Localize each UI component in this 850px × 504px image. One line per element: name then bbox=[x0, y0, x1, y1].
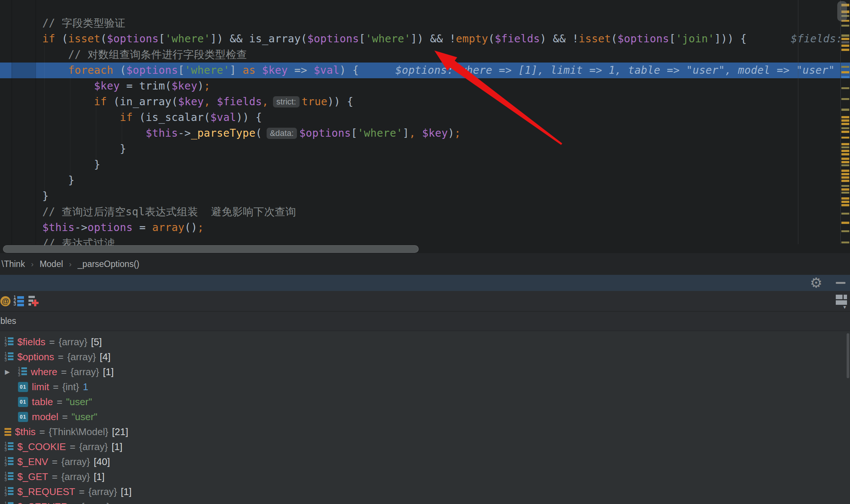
stripe-mark[interactable] bbox=[841, 98, 849, 100]
code-line[interactable]: if (in_array($key, $fields,strict:true))… bbox=[0, 94, 850, 110]
variables-panel[interactable]: 123$fields={array}[5]123$options={array}… bbox=[0, 331, 850, 504]
code-line[interactable]: // 字段类型验证 bbox=[0, 15, 850, 31]
code-line[interactable]: } bbox=[0, 141, 850, 157]
layout-settings-icon[interactable]: ▾ bbox=[836, 295, 847, 306]
variable-row[interactable]: 123$_COOKIE={array}[1] bbox=[0, 439, 850, 454]
variable-row[interactable]: 123$_REQUEST={array}[1] bbox=[0, 484, 850, 499]
stripe-mark[interactable] bbox=[841, 204, 849, 206]
stripe-mark[interactable] bbox=[841, 45, 849, 47]
stripe-mark[interactable] bbox=[841, 131, 849, 133]
variable-row[interactable]: 01limit={int}1 bbox=[0, 379, 850, 394]
code-token: ) && ! bbox=[540, 33, 579, 45]
stripe-mark[interactable] bbox=[841, 192, 849, 194]
variable-name: $this bbox=[15, 426, 36, 438]
code-text: if (in_array($key, $fields,strict:true))… bbox=[0, 94, 850, 110]
stripe-mark[interactable] bbox=[841, 146, 849, 148]
stripe-mark[interactable] bbox=[841, 153, 849, 155]
stripe-mark[interactable] bbox=[841, 116, 849, 118]
variable-row[interactable]: 123$fields={array}[5] bbox=[0, 334, 850, 349]
stripe-mark[interactable] bbox=[841, 76, 849, 78]
breadcrumb-class[interactable]: Model bbox=[40, 259, 63, 269]
stripe-mark[interactable] bbox=[841, 49, 849, 51]
variable-row[interactable]: 123$_SERVER={array} bbox=[0, 499, 850, 504]
stripe-mark[interactable] bbox=[841, 34, 849, 37]
code-token: ( bbox=[139, 111, 146, 124]
stripe-mark[interactable] bbox=[841, 222, 849, 224]
code-token: ( bbox=[100, 33, 107, 45]
stripe-mark[interactable] bbox=[841, 188, 849, 191]
stripe-mark[interactable] bbox=[841, 109, 849, 111]
stripe-mark[interactable] bbox=[841, 161, 849, 163]
code-line[interactable]: } bbox=[0, 157, 850, 173]
stripe-mark[interactable] bbox=[841, 127, 849, 129]
stripe-mark[interactable] bbox=[841, 213, 849, 215]
vertical-scrollbar-thumb[interactable] bbox=[837, 1, 847, 21]
variable-row[interactable]: ▶123where={array}[1] bbox=[0, 364, 850, 379]
code-line[interactable]: // 表达式过滤 bbox=[0, 236, 850, 245]
panel-scrollbar-thumb[interactable] bbox=[847, 333, 849, 378]
variable-row[interactable]: $this={Think\Model}[21] bbox=[0, 424, 850, 439]
stripe-mark[interactable] bbox=[841, 119, 849, 122]
stripe-mark[interactable] bbox=[841, 201, 849, 203]
object-type-icon bbox=[4, 428, 11, 436]
code-editor[interactable]: // 字段类型验证if (isset($options['where']) &&… bbox=[0, 0, 850, 245]
variable-row[interactable]: 01model="user" bbox=[0, 409, 850, 424]
evaluate-expression-icon[interactable]: @ bbox=[0, 296, 10, 306]
code-line[interactable]: // 对数组查询条件进行字段类型检查 bbox=[0, 47, 850, 63]
variable-row[interactable]: 123$_GET={array}[1] bbox=[0, 469, 850, 484]
variable-row[interactable]: 01table="user" bbox=[0, 394, 850, 409]
equals-sign: = bbox=[49, 336, 55, 348]
sort-variables-icon[interactable]: 123 bbox=[13, 296, 24, 306]
stripe-mark[interactable] bbox=[841, 41, 849, 43]
stripe-mark[interactable] bbox=[841, 164, 849, 166]
stripe-mark[interactable] bbox=[841, 170, 849, 172]
breadcrumb-method[interactable]: _parseOptions() bbox=[78, 259, 139, 269]
gear-icon[interactable]: ⚙ bbox=[810, 275, 822, 291]
code-line[interactable]: $this->options = array(); bbox=[0, 220, 850, 236]
stripe-mark[interactable] bbox=[841, 230, 849, 232]
stripe-mark[interactable] bbox=[841, 242, 849, 243]
stripe-mark[interactable] bbox=[841, 87, 849, 89]
add-watch-icon[interactable] bbox=[28, 296, 38, 306]
debugger-inline-hint: $options: where => [1], limit => 1, tabl… bbox=[395, 63, 835, 78]
stripe-mark[interactable] bbox=[841, 25, 849, 27]
error-stripe[interactable] bbox=[841, 0, 850, 244]
variables-tab-label[interactable]: bles bbox=[0, 316, 16, 326]
stripe-mark[interactable] bbox=[841, 71, 849, 73]
stripe-mark[interactable] bbox=[841, 66, 849, 68]
code-line[interactable]: if (is_scalar($val)) { bbox=[0, 110, 850, 125]
expand-triangle-icon[interactable]: ▶ bbox=[5, 368, 10, 376]
stripe-mark[interactable] bbox=[841, 38, 849, 40]
execution-line[interactable]: foreach ($options['where'] as $key => $v… bbox=[0, 63, 850, 78]
code-text: } bbox=[0, 173, 850, 188]
breadcrumb-namespace[interactable]: \Think bbox=[1, 259, 25, 269]
stripe-mark[interactable] bbox=[841, 123, 849, 125]
code-token: $key bbox=[94, 80, 120, 92]
stripe-mark[interactable] bbox=[841, 180, 849, 182]
variable-name: $_GET bbox=[17, 471, 48, 483]
code-line[interactable]: } bbox=[0, 173, 850, 188]
code-line[interactable]: $key = trim($key); bbox=[0, 78, 850, 94]
stripe-mark[interactable] bbox=[841, 158, 849, 160]
code-line[interactable]: // 查询过后清空sql表达式组装 避免影响下次查询 bbox=[0, 204, 850, 220]
code-line[interactable]: } bbox=[0, 188, 850, 204]
code-line[interactable]: $this->_parseType(&data:$options['where'… bbox=[0, 125, 850, 141]
code-text: } bbox=[0, 188, 850, 204]
code-line[interactable]: if (isset($options['where']) && is_array… bbox=[0, 31, 850, 47]
code-token: options bbox=[88, 221, 133, 234]
variables-tab-row[interactable]: bles bbox=[0, 312, 850, 331]
variable-type: {Think\Model} bbox=[49, 426, 108, 438]
stripe-mark[interactable] bbox=[841, 197, 849, 200]
variable-type: {array} bbox=[70, 366, 99, 378]
stripe-mark[interactable] bbox=[841, 173, 849, 175]
stripe-mark[interactable] bbox=[841, 176, 849, 179]
stripe-mark[interactable] bbox=[841, 185, 849, 187]
minimize-icon[interactable] bbox=[836, 282, 846, 284]
stripe-mark[interactable] bbox=[841, 137, 849, 139]
variable-row[interactable]: 123$_ENV={array}[40] bbox=[0, 454, 850, 469]
stripe-mark[interactable] bbox=[841, 150, 849, 152]
horizontal-scrollbar-thumb[interactable] bbox=[3, 245, 419, 253]
variable-type: {array} bbox=[61, 471, 90, 483]
variable-row[interactable]: 123$options={array}[4] bbox=[0, 349, 850, 364]
stripe-mark[interactable] bbox=[841, 143, 849, 145]
